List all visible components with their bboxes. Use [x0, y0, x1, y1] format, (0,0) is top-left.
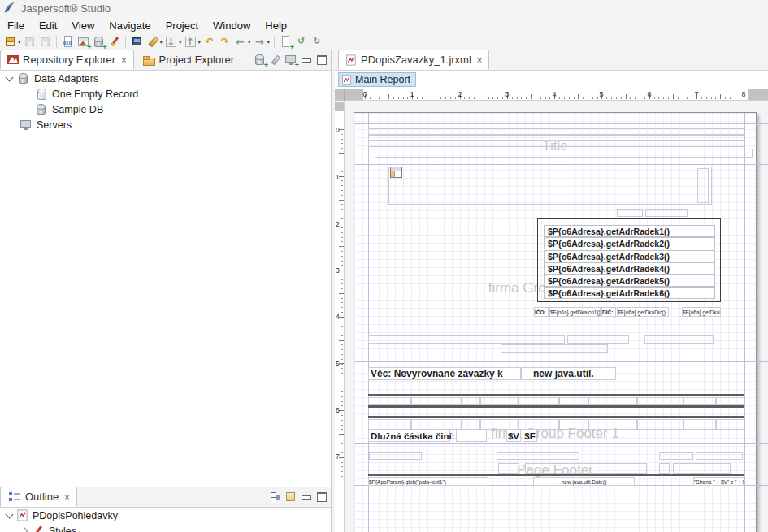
amount-label[interactable]: Dlužná částka činí: — [368, 430, 450, 442]
subject-label[interactable]: Věc: Nevyrovnané závazky k — [368, 367, 521, 380]
line-element[interactable] — [368, 394, 744, 396]
column-cell[interactable] — [683, 419, 716, 430]
address-field-4[interactable]: $P{o6Adresa}.getAdrRadek4() — [544, 262, 715, 275]
collapse-all-icon[interactable] — [268, 490, 282, 504]
report-element[interactable] — [696, 452, 743, 460]
data-adapter-add-button[interactable]: + — [91, 35, 106, 50]
report-element[interactable] — [498, 463, 519, 474]
menu-item-view[interactable]: View — [64, 18, 102, 33]
column-cell[interactable] — [637, 419, 683, 430]
column-cell[interactable] — [683, 397, 716, 405]
amount-variable[interactable]: $V — [506, 430, 521, 442]
export-button[interactable]: ↑▾ — [183, 35, 202, 50]
report-element[interactable] — [497, 452, 579, 460]
address-field-1[interactable]: $P{o6Adresa}.getAdrRadek1() — [544, 225, 715, 237]
ico-field[interactable]: $F{o6a}.getDkaIco1() — [549, 307, 601, 317]
chevron-right-icon[interactable] — [20, 527, 28, 532]
menu-item-help[interactable]: Help — [258, 18, 294, 33]
dropdown-arrow-icon[interactable]: ▾ — [198, 39, 202, 45]
menu-item-window[interactable]: Window — [206, 18, 258, 33]
report-element[interactable] — [375, 149, 753, 158]
import-button[interactable]: ↓▾ — [163, 35, 183, 50]
datasource-button[interactable]: 010 — [60, 35, 76, 50]
report-page[interactable]: Title firma Group Header 1 firma Group F… — [354, 112, 757, 532]
column-cell[interactable] — [588, 419, 637, 430]
column-cell[interactable] — [480, 419, 519, 430]
menu-item-file[interactable]: File — [0, 18, 32, 33]
new-file-button[interactable]: + — [278, 35, 293, 50]
vertical-ruler[interactable]: 0 1 2 3 4 5 6 7 — [335, 102, 345, 532]
compile-button[interactable]: ▾ — [145, 35, 164, 50]
wand-icon[interactable] — [268, 53, 282, 67]
report-element[interactable] — [368, 141, 744, 147]
column-cell[interactable] — [559, 419, 588, 430]
tree-item-data-adapters[interactable]: Data Adapters — [0, 71, 331, 86]
report-element[interactable] — [368, 335, 565, 344]
dropdown-arrow-icon[interactable]: ▾ — [179, 39, 182, 45]
report-element[interactable] — [673, 463, 731, 474]
column-cell[interactable] — [519, 419, 559, 430]
horizontal-ruler[interactable]: 0 1 2 3 4 5 6 7 8 — [345, 89, 768, 101]
column-cell[interactable] — [368, 397, 411, 405]
chevron-down-icon[interactable] — [6, 510, 14, 518]
table-element-icon[interactable] — [390, 167, 402, 178]
report-element[interactable] — [659, 463, 670, 474]
server-add-icon[interactable]: + — [284, 53, 297, 67]
column-cell[interactable] — [559, 397, 588, 405]
report-element[interactable] — [645, 209, 688, 217]
report-element[interactable] — [644, 335, 714, 344]
footer-left-field[interactable]: $P{AppParam}.glob("pata-text1") — [368, 477, 488, 486]
last-edit-back-button[interactable]: ↶ — [202, 35, 217, 50]
breadcrumb-main-report[interactable]: Main Report — [338, 72, 416, 87]
minimize-icon[interactable] — [299, 490, 313, 504]
refresh-button[interactable]: ↺ — [293, 35, 309, 50]
forward-history-button[interactable]: →▾ — [252, 35, 271, 50]
report-element[interactable] — [697, 168, 709, 203]
tree-item-pdopispohledavky[interactable]: PDopisPohledavky — [0, 508, 331, 523]
tree-item-styles[interactable]: Styles — [0, 523, 331, 532]
report-element[interactable] — [368, 135, 744, 141]
design-canvas[interactable]: Title firma Group Header 1 firma Group F… — [345, 102, 768, 532]
menu-item-project[interactable]: Project — [158, 18, 206, 33]
column-cell[interactable] — [716, 419, 744, 430]
amount-field[interactable]: $F — [523, 430, 537, 442]
column-cell[interactable] — [480, 397, 519, 405]
save-button[interactable] — [22, 35, 37, 50]
tab-outline[interactable]: Outline × — [0, 487, 77, 507]
report-element[interactable] — [456, 430, 487, 442]
footer-page-field[interactable]: "Strana " + $V" z " + $V — [693, 477, 744, 486]
menu-item-navigate[interactable]: Navigate — [102, 18, 158, 33]
close-icon[interactable]: × — [121, 55, 126, 65]
style-edit-button[interactable] — [106, 35, 122, 50]
column-cell[interactable] — [462, 397, 480, 405]
menu-item-edit[interactable]: Edit — [32, 18, 64, 33]
maximize-icon[interactable] — [315, 490, 328, 504]
settings-icon[interactable] — [284, 490, 297, 504]
address-field-6[interactable]: $P{o6Adresa}.getAdrRadek6() — [544, 287, 715, 299]
line-element[interactable] — [368, 416, 744, 418]
column-cell[interactable] — [462, 419, 480, 430]
dic-label[interactable]: DIČ: — [601, 307, 616, 317]
report-element[interactable] — [501, 344, 608, 353]
column-cell[interactable] — [368, 419, 411, 430]
footer-date-field[interactable]: new java.util.Date() — [533, 477, 635, 486]
dropdown-arrow-icon[interactable]: ▾ — [18, 39, 21, 45]
report-element[interactable] — [567, 335, 629, 344]
database-add-icon[interactable]: + — [253, 53, 267, 67]
minimize-icon[interactable] — [299, 53, 313, 67]
dropdown-arrow-icon[interactable]: ▾ — [160, 39, 163, 45]
column-cell[interactable] — [716, 397, 744, 405]
dropdown-arrow-icon[interactable]: ▾ — [267, 39, 271, 45]
column-cell[interactable] — [588, 397, 637, 405]
close-icon[interactable]: × — [477, 55, 482, 65]
column-cell[interactable] — [519, 397, 559, 405]
report-element[interactable] — [369, 452, 422, 460]
report-element[interactable] — [617, 209, 643, 217]
server-button[interactable] — [129, 35, 145, 50]
new-report-wizard-button[interactable]: ▾ — [2, 35, 22, 50]
tab-project-explorer[interactable]: Project Explorer — [134, 50, 241, 70]
subject-field[interactable]: new java.util. — [521, 367, 616, 380]
last-edit-forward-button[interactable]: ↷ — [217, 35, 232, 50]
save-all-button[interactable] — [37, 35, 53, 50]
tree-item-one-empty-record[interactable]: One Empty Record — [0, 86, 331, 102]
